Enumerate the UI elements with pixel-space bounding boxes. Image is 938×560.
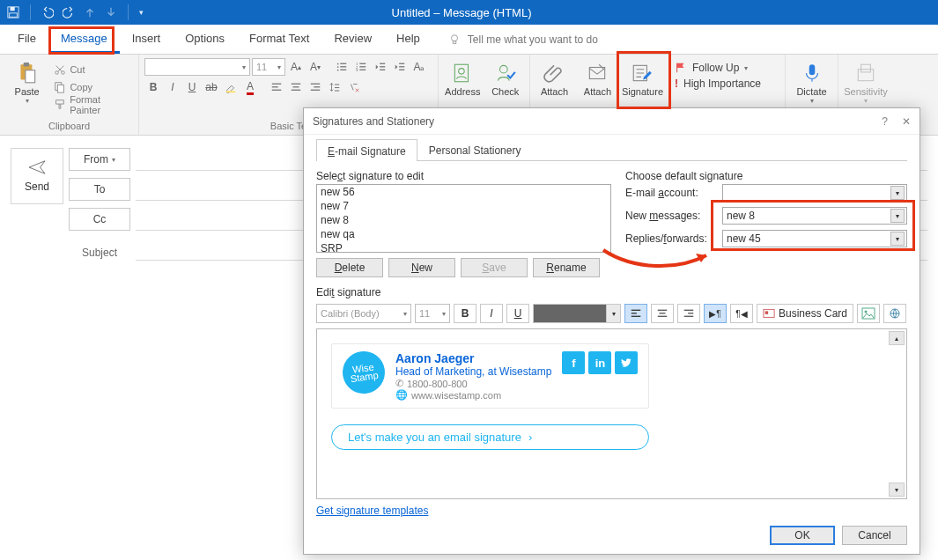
editor-align-right-icon[interactable]	[677, 304, 700, 323]
new-button[interactable]: New	[388, 258, 455, 277]
outdent-icon[interactable]	[372, 59, 389, 75]
indent-icon[interactable]	[391, 59, 409, 75]
rename-button[interactable]: Rename	[533, 258, 600, 277]
editor-color-swatch[interactable]: ▾	[533, 304, 621, 323]
dictate-button[interactable]: Dictate ▾	[791, 58, 832, 105]
numbering-icon[interactable]: 123	[352, 59, 370, 75]
editor-align-center-icon[interactable]	[651, 304, 674, 323]
align-left-icon[interactable]	[268, 79, 285, 95]
font-size-combo[interactable]: 11▾	[252, 58, 285, 76]
flag-icon	[675, 62, 687, 74]
clear-format-icon[interactable]	[345, 79, 363, 95]
check-names-button[interactable]: Check	[487, 58, 525, 97]
facebook-icon[interactable]: f	[562, 351, 585, 374]
scroll-up-icon[interactable]: ▴	[889, 331, 905, 345]
align-center-icon[interactable]	[287, 79, 305, 95]
tab-review[interactable]: Review	[321, 25, 384, 54]
shrink-font-icon[interactable]: A▾	[307, 59, 324, 75]
save-icon[interactable]	[7, 6, 19, 18]
attach-item-button[interactable]: Attach	[579, 58, 617, 97]
format-painter-button[interactable]: Format Painter	[54, 97, 133, 113]
linkedin-icon[interactable]: in	[588, 351, 611, 374]
close-icon[interactable]: ✕	[902, 115, 911, 128]
svg-rect-6	[23, 63, 29, 66]
tab-personal-stationery[interactable]: Personal Stationery	[417, 138, 533, 160]
new-messages-dropdown[interactable]: new 8▾	[722, 207, 907, 225]
high-importance-button[interactable]: !High Importance	[675, 77, 779, 90]
copy-button[interactable]: Copy	[54, 79, 133, 95]
svg-point-13	[337, 63, 339, 65]
redo-icon[interactable]	[63, 6, 75, 18]
line-spacing-icon[interactable]	[326, 79, 343, 95]
editor-font-combo[interactable]: Calibri (Body)▾	[316, 304, 411, 323]
replies-dropdown[interactable]: new 45▾	[722, 230, 907, 247]
change-case-icon[interactable]: Aₐ	[410, 59, 428, 75]
svg-rect-57	[658, 316, 668, 317]
tab-message[interactable]: Message	[48, 25, 120, 54]
tab-insert[interactable]: Insert	[120, 25, 174, 54]
list-item[interactable]: new 7	[317, 199, 610, 213]
qat-customize-icon[interactable]: ▾	[139, 8, 144, 17]
next-icon[interactable]	[105, 6, 117, 18]
chevron-down-icon: ▾	[890, 186, 905, 200]
cancel-button[interactable]: Cancel	[842, 526, 907, 545]
tab-help[interactable]: Help	[384, 25, 432, 54]
ok-button[interactable]: OK	[770, 526, 835, 545]
insert-link-icon[interactable]	[883, 304, 906, 323]
paste-button[interactable]: Paste ▾	[5, 58, 48, 105]
undo-icon[interactable]	[41, 6, 54, 18]
cut-button[interactable]: Cut	[54, 62, 133, 77]
bold-icon[interactable]: B	[144, 79, 162, 95]
editor-scrollbar[interactable]: ▴ ▾	[889, 331, 905, 497]
italic-icon[interactable]: I	[164, 79, 181, 95]
editor-italic-icon[interactable]: I	[480, 304, 503, 323]
editor-underline-icon[interactable]: U	[506, 304, 529, 323]
strike-icon[interactable]: ab	[203, 79, 220, 95]
email-account-dropdown[interactable]: ▾	[722, 184, 907, 202]
address-book-button[interactable]: Address	[444, 58, 482, 97]
business-card-button[interactable]: Business Card	[757, 304, 853, 323]
sensitivity-button[interactable]: Sensitivity ▾	[844, 58, 888, 105]
bullets-icon[interactable]	[333, 59, 351, 75]
insert-picture-icon[interactable]	[857, 304, 880, 323]
tab-format-text[interactable]: Format Text	[237, 25, 321, 54]
cc-button[interactable]: Cc	[69, 208, 130, 231]
tab-email-signature[interactable]: E-mail Signature	[316, 139, 417, 161]
align-right-icon[interactable]	[307, 79, 324, 95]
font-color-icon[interactable]: A	[241, 79, 259, 95]
highlight-icon[interactable]	[222, 79, 240, 95]
get-templates-link[interactable]: Get signature templates	[316, 505, 907, 517]
underline-icon[interactable]: U	[183, 79, 201, 95]
signature-editor[interactable]: WiseStamp Aaron Jaeger Head of Marketing…	[316, 328, 907, 499]
tab-file[interactable]: File	[5, 25, 48, 54]
svg-rect-58	[684, 310, 694, 311]
save-button[interactable]: Save	[461, 258, 528, 277]
svg-rect-42	[335, 87, 339, 88]
tell-me[interactable]: Tell me what you want to do	[448, 25, 598, 54]
grow-font-icon[interactable]: A▴	[287, 59, 305, 75]
editor-bold-icon[interactable]: B	[454, 304, 476, 323]
follow-up-button[interactable]: Follow Up▾	[675, 62, 779, 74]
twitter-icon[interactable]	[615, 351, 638, 374]
signature-button[interactable]: Signature	[622, 58, 663, 97]
list-item[interactable]: new qa	[317, 227, 610, 241]
list-item[interactable]: new 56	[317, 185, 610, 199]
to-button[interactable]: To	[69, 178, 130, 201]
list-item[interactable]: SRP	[317, 241, 610, 253]
editor-fontsize-combo[interactable]: 11▾	[415, 304, 450, 323]
scroll-down-icon[interactable]: ▾	[889, 483, 905, 497]
from-button[interactable]: From▾	[69, 148, 130, 171]
signature-list[interactable]: new 56 new 7 new 8 new qa SRP yuval	[316, 184, 611, 253]
delete-button[interactable]: Delete	[316, 258, 383, 277]
previous-icon[interactable]	[84, 6, 96, 18]
list-item[interactable]: new 8	[317, 213, 610, 227]
editor-align-left-icon[interactable]	[624, 304, 647, 323]
tab-options[interactable]: Options	[173, 25, 237, 54]
font-name-combo[interactable]: ▾	[144, 58, 250, 76]
editor-ltr-icon[interactable]: ▶¶	[704, 304, 727, 323]
attach-file-button[interactable]: Attach	[535, 58, 573, 97]
send-button[interactable]: Send	[11, 148, 63, 204]
cta-button[interactable]: Let's make you an email signature›	[331, 424, 649, 450]
editor-rtl-icon[interactable]: ¶◀	[730, 304, 753, 323]
help-icon[interactable]: ?	[882, 115, 888, 128]
